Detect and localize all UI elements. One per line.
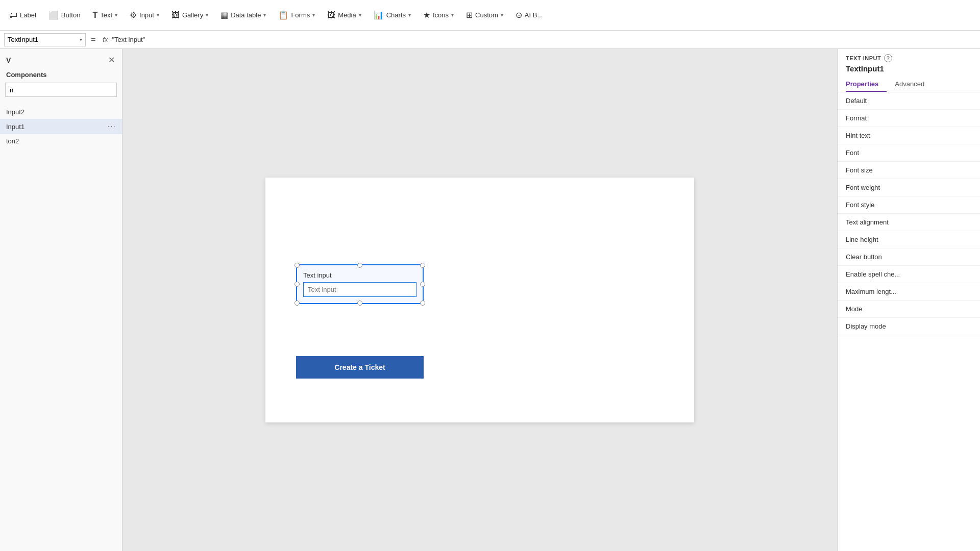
- handle-top-right[interactable]: [420, 263, 425, 268]
- toolbar-label-btn[interactable]: 🏷 Label: [4, 8, 41, 23]
- panel-title: V: [6, 56, 11, 64]
- prop-font-style[interactable]: Font style: [838, 196, 980, 214]
- input-chevron-icon: ▾: [157, 12, 159, 18]
- handle-middle-right[interactable]: [420, 282, 425, 287]
- prop-font-size[interactable]: Font size: [838, 162, 980, 179]
- forms-icon: 📋: [278, 10, 288, 20]
- ai-btn-text: AI B...: [525, 11, 543, 19]
- forms-btn-text: Forms: [291, 11, 310, 19]
- text-input-widget[interactable]: Text input: [296, 264, 424, 304]
- gallery-chevron-icon: ▾: [206, 12, 208, 18]
- right-panel-tabs: Properties Advanced: [846, 77, 972, 92]
- formula-name-value: TextInput1: [8, 36, 38, 43]
- formula-name-chevron-icon[interactable]: ▾: [80, 37, 82, 42]
- handle-middle-left[interactable]: [295, 282, 300, 287]
- prop-label: Line height: [846, 236, 972, 243]
- prop-font[interactable]: Font: [838, 144, 980, 162]
- icons-btn-text: Icons: [433, 11, 449, 19]
- list-item[interactable]: ton2: [0, 134, 122, 148]
- formula-fx-label: fx: [101, 36, 110, 43]
- prop-clear-button[interactable]: Clear button: [838, 248, 980, 266]
- charts-chevron-icon: ▾: [408, 12, 411, 18]
- components-title: Components: [0, 69, 122, 83]
- tab-properties[interactable]: Properties: [846, 77, 887, 92]
- custom-btn-text: Custom: [475, 11, 498, 19]
- main-layout: V ✕ Components Input2 Input1 ··· ton2: [0, 49, 980, 551]
- close-panel-btn[interactable]: ✕: [107, 54, 116, 66]
- prop-label: Text alignment: [846, 218, 972, 226]
- tab-advanced[interactable]: Advanced: [887, 77, 924, 92]
- text-chevron-icon: ▾: [115, 12, 117, 18]
- input-btn-text: Input: [139, 11, 154, 19]
- data-table-btn-text: Data table: [231, 11, 261, 19]
- prop-mode[interactable]: Mode: [838, 300, 980, 318]
- gallery-icon: 🖼: [172, 11, 180, 20]
- formula-bar: TextInput1 ▾ = fx: [0, 31, 980, 49]
- toolbar-text-btn[interactable]: T Text ▾: [87, 8, 122, 23]
- handle-bottom-right[interactable]: [420, 300, 425, 306]
- icons-icon: ★: [423, 10, 430, 20]
- handle-bottom-left[interactable]: [295, 300, 300, 306]
- toolbar-custom-btn[interactable]: ⊞ Custom ▾: [461, 7, 508, 23]
- toolbar-gallery-btn[interactable]: 🖼 Gallery ▾: [166, 8, 213, 23]
- prop-display-mode[interactable]: Display mode: [838, 318, 980, 335]
- prop-default[interactable]: Default: [838, 92, 980, 110]
- formula-name-box[interactable]: TextInput1 ▾: [4, 33, 86, 46]
- prop-maximum-length[interactable]: Maximum lengt...: [838, 283, 980, 300]
- toolbar-forms-btn[interactable]: 📋 Forms ▾: [273, 7, 320, 23]
- prop-line-height[interactable]: Line height: [838, 231, 980, 248]
- toolbar-charts-btn[interactable]: 📊 Charts ▾: [369, 7, 416, 23]
- prop-hint-text[interactable]: Hint text: [838, 127, 980, 144]
- media-btn-text: Media: [338, 11, 356, 19]
- toolbar-data-table-btn[interactable]: ▦ Data table ▾: [215, 7, 271, 23]
- prop-enable-spell-check[interactable]: Enable spell che...: [838, 266, 980, 283]
- formula-input[interactable]: [112, 36, 976, 43]
- text-icon: T: [92, 11, 97, 20]
- text-btn-text: Text: [100, 11, 112, 19]
- formula-equals-btn[interactable]: =: [88, 35, 99, 44]
- toolbar-button-btn[interactable]: ⬜ Button: [43, 7, 86, 23]
- prop-label: Font: [846, 149, 972, 157]
- widget-text-input[interactable]: [303, 282, 416, 297]
- toolbar-icons-btn[interactable]: ★ Icons ▾: [418, 7, 459, 23]
- prop-font-weight[interactable]: Font weight: [838, 179, 980, 196]
- list-item[interactable]: Input2: [0, 105, 122, 119]
- gallery-btn-text: Gallery: [182, 11, 203, 19]
- prop-label: Enable spell che...: [846, 270, 972, 278]
- handle-bottom-middle[interactable]: [357, 300, 362, 306]
- custom-chevron-icon: ▾: [501, 12, 503, 18]
- list-item-label: Input1: [6, 123, 24, 131]
- properties-list: Default Format Hint text Font Font size …: [838, 92, 980, 551]
- prop-label: Font size: [846, 166, 972, 174]
- prop-text-alignment[interactable]: Text alignment: [838, 214, 980, 231]
- prop-label: Font style: [846, 201, 972, 209]
- toolbar-media-btn[interactable]: 🖼 Media ▾: [322, 8, 366, 23]
- list-item[interactable]: Input1 ···: [0, 119, 122, 134]
- charts-icon: 📊: [374, 10, 384, 20]
- help-icon[interactable]: ?: [884, 54, 892, 62]
- prop-label: Default: [846, 97, 972, 105]
- prop-label: Display mode: [846, 322, 972, 330]
- data-table-icon: ▦: [220, 10, 228, 20]
- prop-label: Format: [846, 114, 972, 122]
- button-icon: ⬜: [48, 10, 59, 20]
- create-ticket-button[interactable]: Create a Ticket: [296, 356, 424, 379]
- charts-btn-text: Charts: [386, 11, 406, 19]
- handle-top-left[interactable]: [295, 263, 300, 268]
- handle-top-middle[interactable]: [357, 263, 362, 268]
- prop-label: Font weight: [846, 184, 972, 191]
- left-panel: V ✕ Components Input2 Input1 ··· ton2: [0, 49, 122, 551]
- toolbar-ai-btn[interactable]: ⊙ AI B...: [510, 7, 548, 23]
- item-options-icon[interactable]: ···: [108, 122, 116, 131]
- toolbar: 🏷 Label ⬜ Button T Text ▾ ⚙ Input ▾ 🖼 Ga…: [0, 0, 980, 31]
- right-panel: TEXT INPUT ? TextInput1 Properties Advan…: [837, 49, 980, 551]
- component-search-input[interactable]: [5, 83, 117, 97]
- canvas[interactable]: Text input Create a Ticket: [265, 178, 694, 422]
- label-btn-text: Label: [20, 11, 36, 19]
- widget-selection-box: Text input: [296, 264, 424, 304]
- toolbar-input-btn[interactable]: ⚙ Input ▾: [125, 7, 164, 23]
- right-panel-section-title: TEXT INPUT: [846, 55, 881, 61]
- prop-label: Hint text: [846, 132, 972, 139]
- right-panel-component-name: TextInput1: [846, 62, 972, 77]
- prop-format[interactable]: Format: [838, 110, 980, 127]
